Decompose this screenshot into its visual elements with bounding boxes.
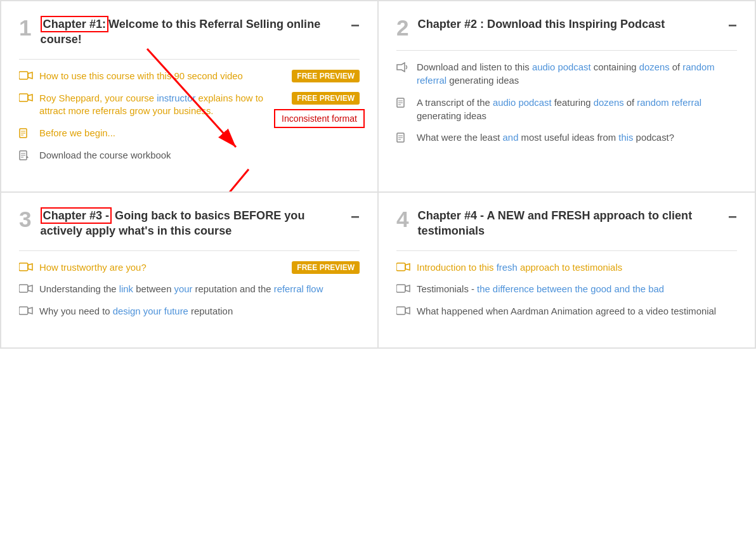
chapter-1-header: 1 Chapter #1:Welcome to this Referral Se… [19,16,360,48]
chapter-3-lesson-list: How trustworthy are you? FREE PREVIEW Un… [19,261,360,318]
lesson-item: Download the course workbook [19,149,360,162]
doc-icon [396,133,410,143]
free-preview-badge: FREE PREVIEW [292,70,360,82]
lesson-item: How to use this course with this 90 seco… [19,70,360,83]
lesson-item: A transcript of the audio podcast featur… [396,96,737,123]
chapter-4-header: 4 Chapter #4 - A NEW and FRESH approach … [396,208,737,239]
chapter-3-cell: 3 Chapter #3 - Going back to basics BEFO… [1,192,378,348]
svg-marker-27 [28,285,32,292]
chapter-4-number: 4 [396,208,409,230]
svg-line-14 [141,169,249,191]
svg-marker-15 [397,63,405,72]
lesson-text[interactable]: Introduction to this fresh approach to t… [417,261,737,275]
lesson-text[interactable]: Testimonials - the difference between th… [417,283,737,296]
chapter-3-title-highlight: Chapter #3 - [41,207,112,224]
chapter-2-header: 2 Chapter #2 : Download this Inspiring P… [396,16,737,39]
chapter-3-divider [19,250,360,251]
svg-marker-33 [405,285,410,292]
video-icon [396,284,410,294]
chapter-2-number: 2 [396,16,409,39]
svg-marker-3 [28,94,32,101]
lesson-item: Testimonials - the difference between th… [396,283,737,296]
chapter-1-collapse-button[interactable]: − [351,16,360,34]
doc-icon [396,98,410,108]
lesson-3-text[interactable]: Before we begin... [39,127,360,140]
chapter-4-divider [396,250,737,251]
svg-rect-24 [19,263,28,271]
lesson-text[interactable]: What were the least and most useful idea… [417,131,737,145]
chapter-grid: 1 Chapter #1:Welcome to this Referral Se… [0,0,756,349]
lesson-text[interactable]: Why you need to design your future reput… [39,305,360,318]
audio-icon [396,62,410,72]
chapter-2-divider [396,50,737,51]
lesson-text[interactable]: How trustworthy are you? [39,261,287,275]
svg-marker-1 [28,72,32,79]
chapter-2-cell: 2 Chapter #2 : Download this Inspiring P… [378,1,755,192]
chapter-1-title-highlight: Chapter #1: [41,16,108,32]
inconsistent-format-annotation: Inconsistent format [274,109,365,128]
video-icon [19,262,33,273]
chapter-4-lesson-list: Introduction to this fresh approach to t… [396,261,737,318]
lesson-text[interactable]: A transcript of the audio podcast featur… [417,96,737,123]
chapter-1-divider [19,59,360,60]
chapter-1-cell: 1 Chapter #1:Welcome to this Referral Se… [1,1,378,192]
lesson-item: What happened when Aardman Animation agr… [396,305,737,318]
chapter-3-collapse-button[interactable]: − [351,208,360,226]
lesson-item: Before we begin... [19,127,360,140]
chapter-2-collapse-button[interactable]: − [728,16,737,34]
lesson-1-text[interactable]: How to use this course with this 90 seco… [39,70,287,83]
lesson-item: How trustworthy are you? FREE PREVIEW [19,261,360,275]
lesson-4-text[interactable]: Download the course workbook [39,149,360,162]
svg-rect-32 [396,285,405,292]
doc-download-icon [19,150,33,160]
chapter-3-number: 3 [19,208,32,230]
svg-rect-26 [19,285,28,292]
video-icon [19,93,33,103]
lesson-item: What were the least and most useful idea… [396,131,737,145]
free-preview-badge: FREE PREVIEW [292,92,360,105]
video-icon [396,306,410,316]
video-icon [19,284,33,294]
lesson-2-text[interactable]: Roy Sheppard, your course instructor exp… [39,92,287,119]
lesson-item: Download and listen to this audio podcas… [396,61,737,87]
svg-rect-0 [19,72,28,79]
svg-rect-2 [19,94,28,101]
lesson-item: Understanding the link between your repu… [19,283,360,296]
chapter-4-cell: 4 Chapter #4 - A NEW and FRESH approach … [378,192,755,348]
chapter-4-title: Chapter #4 - A NEW and FRESH approach to… [418,208,720,239]
free-preview-badge: FREE PREVIEW [292,261,360,274]
lesson-item: Why you need to design your future reput… [19,305,360,318]
chapter-1-title: Chapter #1:Welcome to this Referral Sell… [41,16,343,48]
svg-marker-35 [405,307,410,314]
lesson-text[interactable]: What happened when Aardman Animation agr… [417,305,737,318]
svg-rect-30 [396,263,405,271]
lesson-text[interactable]: Download and listen to this audio podcas… [417,61,737,87]
video-icon [19,71,33,81]
video-icon [396,262,410,273]
lesson-text[interactable]: Understanding the link between your repu… [39,283,360,296]
chapter-2-title: Chapter #2 : Download this Inspiring Pod… [418,16,720,32]
doc-icon [19,128,33,138]
svg-marker-25 [28,264,32,270]
chapter-3-header: 3 Chapter #3 - Going back to basics BEFO… [19,208,360,239]
svg-rect-28 [19,307,28,314]
svg-marker-31 [405,264,410,270]
chapter-1-number: 1 [19,16,32,39]
svg-rect-34 [396,307,405,314]
chapter-3-title: Chapter #3 - Going back to basics BEFORE… [41,208,343,239]
video-icon [19,306,33,316]
lesson-item: Introduction to this fresh approach to t… [396,261,737,275]
chapter-4-collapse-button[interactable]: − [728,208,737,226]
svg-marker-29 [28,307,32,314]
chapter-2-lesson-list: Download and listen to this audio podcas… [396,61,737,145]
